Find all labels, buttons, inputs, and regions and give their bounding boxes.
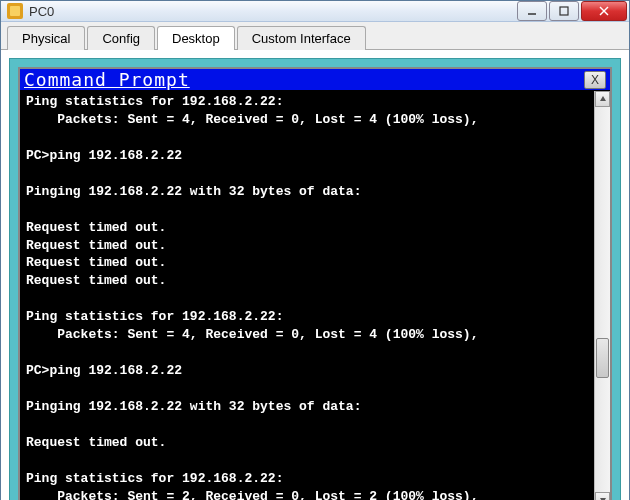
terminal-scrollbar[interactable] [594,91,610,500]
scroll-down-button[interactable] [595,492,610,500]
app-window: PC0 Physical Config Desktop Custom Inter… [0,0,630,500]
command-prompt-titlebar[interactable]: Command Prompt X [20,69,610,91]
maximize-button[interactable] [549,1,579,21]
scroll-thumb[interactable] [596,338,609,378]
workspace: Command Prompt X Ping statistics for 192… [1,50,629,500]
svg-marker-4 [600,96,606,101]
chevron-down-icon [599,496,607,500]
maximize-icon [559,6,569,16]
svg-rect-1 [560,7,568,15]
window-controls [515,1,627,21]
command-prompt-window: Command Prompt X Ping statistics for 192… [18,67,612,500]
tab-desktop[interactable]: Desktop [157,26,235,50]
scroll-track[interactable] [595,107,610,492]
command-prompt-close-button[interactable]: X [584,71,606,89]
tab-custom-interface[interactable]: Custom Interface [237,26,366,50]
terminal-output[interactable]: Ping statistics for 192.168.2.22: Packet… [20,91,610,500]
scroll-up-button[interactable] [595,91,610,107]
minimize-button[interactable] [517,1,547,21]
app-icon [7,3,23,19]
close-icon [599,6,609,16]
tab-physical[interactable]: Physical [7,26,85,50]
close-button[interactable] [581,1,627,21]
command-prompt-title: Command Prompt [24,69,584,90]
tab-bar: Physical Config Desktop Custom Interface [1,22,629,50]
minimize-icon [527,6,537,16]
titlebar[interactable]: PC0 [1,1,629,22]
tab-config[interactable]: Config [87,26,155,50]
window-title: PC0 [29,4,515,19]
desktop-frame: Command Prompt X Ping statistics for 192… [9,58,621,500]
chevron-up-icon [599,95,607,103]
